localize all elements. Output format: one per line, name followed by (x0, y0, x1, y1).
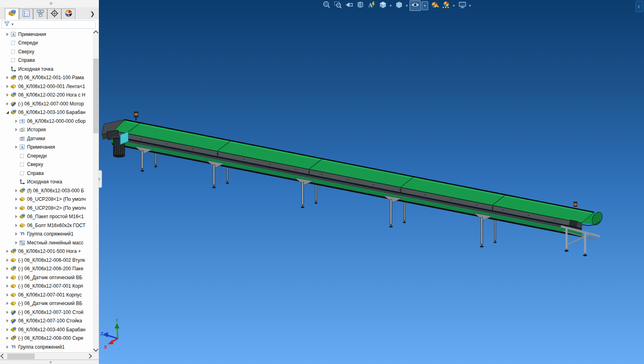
edit-appearance-button[interactable] (429, 0, 441, 11)
tree-item[interactable]: Спереди (0, 39, 92, 48)
expand-arrow[interactable] (14, 224, 19, 227)
tree-item[interactable]: AПримечания (0, 143, 92, 152)
zoom-to-area-button[interactable] (332, 0, 343, 11)
tree-item[interactable]: Сверху (0, 160, 92, 169)
tree-item[interactable]: 06_UCP208<2> (По умолч (0, 204, 92, 213)
expand-arrow[interactable] (5, 102, 10, 105)
expand-arrow[interactable] (5, 311, 10, 314)
expand-arrow[interactable] (5, 319, 10, 322)
tree-item[interactable]: Справа (0, 56, 92, 65)
tree-item[interactable]: (-) 06_КЛ06х12-007-001 Корп (0, 282, 92, 291)
filter-caret-icon[interactable]: ▼ (11, 23, 14, 26)
tabs-overflow-button[interactable]: ❯ (88, 10, 96, 18)
tree-item[interactable]: (-) 06_КЛ06х12-006-200 Паке (0, 265, 92, 274)
tree-item[interactable]: 06_КЛ06х12-002-200 Нога с Н (0, 91, 92, 100)
panel-splitter-grip[interactable] (50, 2, 52, 5)
tree-item[interactable]: (-) 06_КЛ06х12-006-002 Втулк (0, 256, 92, 265)
model-conveyor[interactable] (99, 0, 644, 364)
view-orientation-dropdown[interactable]: ▼ (389, 4, 392, 8)
expand-arrow[interactable] (5, 345, 10, 349)
tab-configurationmanager[interactable] (33, 8, 47, 19)
expand-arrow[interactable] (14, 145, 19, 149)
scroll-down-button[interactable] (93, 346, 99, 352)
expand-arrow[interactable] (5, 276, 10, 279)
tree-item[interactable]: 06_Пакет простой М16<1 (0, 213, 92, 221)
tree-item[interactable]: Датчики (0, 134, 92, 143)
expand-arrow[interactable] (5, 302, 10, 305)
tree-item[interactable]: AПримечания (0, 30, 92, 39)
expand-arrow[interactable] (5, 259, 10, 262)
tree-item[interactable]: Спереди (0, 151, 92, 160)
tab-dimxpertmanager[interactable] (47, 8, 61, 19)
panel-collapse-tab[interactable] (98, 170, 102, 188)
tree-item[interactable]: 06_КЛ06х12-007-100 Стойка (0, 317, 92, 326)
tree-item[interactable]: Группа сопряжений1 (0, 230, 92, 239)
display-style-button[interactable] (393, 0, 405, 11)
expand-arrow[interactable] (14, 189, 19, 192)
expand-arrow[interactable] (14, 241, 19, 244)
tree-item[interactable]: 06_Болт М16х60х2к ГОСТ (0, 221, 92, 230)
expand-arrow[interactable] (14, 198, 19, 201)
filter-funnel-icon[interactable] (4, 21, 10, 29)
tree-item[interactable]: (f) 06_КЛ06х12-001-100 Рама (0, 74, 92, 82)
expand-arrow[interactable] (5, 284, 10, 288)
expand-arrow[interactable] (5, 93, 10, 97)
tab-displaymanager[interactable] (61, 8, 75, 19)
view-orientation-button[interactable] (377, 0, 389, 11)
expand-arrow[interactable] (5, 33, 10, 36)
tree-item[interactable]: 06_КЛ06х12-007-001 Корпус (0, 290, 92, 299)
expand-arrow[interactable] (14, 120, 19, 123)
view-settings-button[interactable] (457, 0, 468, 11)
tree-item[interactable]: 06_КЛ06х12-003-400 Барабан (0, 325, 92, 334)
tree-item[interactable]: 06_КЛ06х12-000-000 сбор (0, 117, 92, 126)
vertical-scroll-thumb[interactable] (93, 59, 98, 133)
previous-view-button[interactable] (343, 0, 355, 11)
display-style-dropdown[interactable]: ▼ (405, 4, 408, 8)
tree-item[interactable]: (f) 06_КЛ06х12-003-000 Б (0, 186, 92, 195)
tab-propertymanager[interactable] (19, 8, 33, 19)
expand-arrow[interactable] (5, 293, 10, 297)
dynamic-annotation-views-button[interactable]: A (366, 0, 377, 11)
tree-item[interactable]: (-) 06_Датчик оптический ВБ (0, 299, 92, 308)
tree-filter-input[interactable]: ▼ (2, 20, 96, 29)
tree-item[interactable]: (-) 06_Датчик оптический ВБ (0, 273, 92, 282)
scroll-right-button[interactable] (86, 353, 92, 359)
apply-scene-dropdown[interactable]: ▼ (452, 4, 456, 8)
expand-arrow[interactable] (14, 128, 19, 131)
expand-arrow[interactable] (14, 206, 19, 210)
tree-item[interactable]: Группа сопряжений1 (0, 343, 92, 351)
tab-featuremanager[interactable] (5, 8, 19, 20)
expand-arrow[interactable] (14, 232, 19, 236)
expand-arrow[interactable] (5, 76, 10, 79)
expand-arrow[interactable] (5, 85, 10, 88)
horizontal-scroll-thumb[interactable] (7, 353, 35, 359)
tree-vertical-scrollbar[interactable] (93, 30, 99, 352)
view-settings-dropdown[interactable]: ▼ (468, 4, 472, 8)
tree-item[interactable]: 06_КЛ06х12-003-100 Барабан (0, 108, 92, 117)
expand-arrow[interactable] (5, 111, 10, 114)
expand-arrow[interactable] (5, 250, 10, 253)
graphics-viewport[interactable]: A▼▼▼▼▼ Y Z X (99, 0, 644, 364)
tree-item[interactable]: (-) 06_КЛ06х12-008-000 Скре (0, 334, 92, 343)
expand-arrow[interactable] (5, 328, 10, 331)
tree-item[interactable]: 06_КЛ06х12-001-500 Нога + (0, 247, 92, 256)
hide-show-items-button[interactable] (410, 0, 421, 11)
tree-item[interactable]: Местный линейный масс (0, 238, 92, 247)
apply-scene-button[interactable] (441, 0, 452, 11)
tree-horizontal-scrollbar[interactable] (0, 352, 99, 360)
tree-item[interactable]: (-) 06_КЛ6х12-007-000 Мотор (0, 99, 92, 108)
tree-item[interactable]: 06_КЛ06х12-000-001 Лента<1 (0, 82, 92, 91)
hide-show-items-dropdown[interactable]: ▼ (422, 1, 428, 10)
scroll-up-button[interactable] (93, 30, 99, 36)
tree-item[interactable]: 06_UCP208<1> (По умолч (0, 195, 92, 204)
expand-arrow[interactable] (14, 215, 19, 218)
tree-item[interactable]: Сверху (0, 47, 92, 56)
section-view-button[interactable] (355, 0, 366, 11)
zoom-to-fit-button[interactable] (321, 0, 332, 11)
tree-item[interactable]: История (0, 126, 92, 135)
expand-arrow[interactable] (5, 337, 10, 340)
expand-arrow[interactable] (5, 267, 10, 270)
tree-item[interactable]: Справа (0, 169, 92, 178)
tree-item[interactable]: (-) 06_КЛ06х12-007-100 Стой (0, 308, 92, 317)
bottom-splitter-grip[interactable] (50, 361, 52, 363)
